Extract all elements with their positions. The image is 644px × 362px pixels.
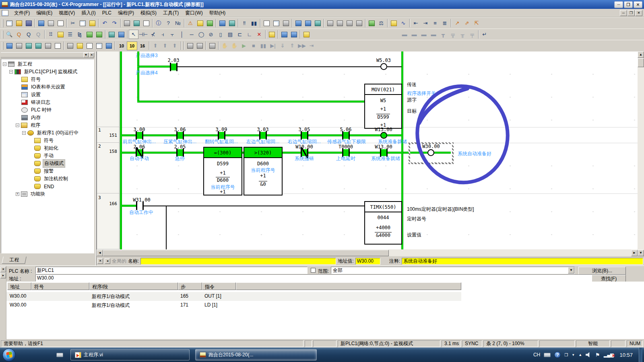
menu-window[interactable]: 窗口(W) bbox=[182, 9, 206, 17]
taskbar-clock[interactable]: 10:57 bbox=[619, 352, 633, 358]
sim-window-1-icon[interactable] bbox=[185, 41, 195, 50]
fb-parameter-icon[interactable]: ⊏ bbox=[235, 30, 245, 39]
menu-help[interactable]: 帮助(H) bbox=[206, 9, 229, 17]
menu-plc[interactable]: PLC bbox=[99, 9, 115, 16]
toolbar-grip[interactable] bbox=[2, 42, 3, 50]
child-restore-button[interactable]: ❐ bbox=[627, 10, 635, 16]
menu-program[interactable]: 编程(P) bbox=[115, 9, 137, 17]
window-reference-icon[interactable] bbox=[33, 41, 43, 50]
plc-cycle-icon[interactable] bbox=[267, 30, 277, 39]
new-file-icon[interactable] bbox=[4, 19, 14, 28]
run-stop-icon[interactable]: ‼ bbox=[239, 19, 249, 28]
maximize-button[interactable]: ❐ bbox=[624, 1, 633, 8]
window-watch-icon[interactable] bbox=[24, 41, 33, 50]
dialog-small-icon[interactable] bbox=[104, 41, 114, 50]
action-center-flag-icon[interactable]: ⚑ bbox=[595, 352, 600, 358]
column-header-symbol[interactable]: 符号 bbox=[31, 282, 89, 290]
browse-button[interactable]: 浏览(B)... bbox=[578, 267, 626, 275]
menu-tools[interactable]: 工具(T) bbox=[160, 9, 182, 17]
monitor-hex-button[interactable]: 16 bbox=[137, 41, 148, 50]
help-icon[interactable]: ? bbox=[163, 19, 173, 28]
zoom-highlight-icon[interactable]: Q bbox=[14, 30, 24, 39]
result-row[interactable]: W30.00 新程序1/自动模式 171 LD [1] bbox=[6, 301, 461, 310]
monitor-bar-8-icon[interactable]: ╤ bbox=[467, 30, 477, 39]
indent-icon[interactable]: ⇤ bbox=[411, 19, 421, 28]
sim-step-over-icon[interactable]: ⇑ bbox=[287, 41, 297, 50]
select-tool-icon[interactable]: ↖ bbox=[129, 30, 138, 39]
slant-tool-2-icon[interactable]: ⇗ bbox=[462, 19, 472, 28]
find-close-button[interactable]: ✕ bbox=[0, 267, 6, 272]
collapse-icon[interactable]: − bbox=[16, 123, 19, 127]
scroll-thumb[interactable] bbox=[103, 250, 389, 256]
minimize-button[interactable]: ─ bbox=[614, 1, 623, 8]
force-on-icon[interactable] bbox=[367, 19, 376, 28]
monitor-bar-6-icon[interactable]: ╦ bbox=[448, 30, 458, 39]
sim-pause-icon[interactable]: ▮▮ bbox=[258, 41, 268, 50]
dropdown-arrow-icon[interactable]: ▼ bbox=[568, 267, 574, 274]
work-online-grid-icon[interactable] bbox=[325, 19, 335, 28]
infobar-prev-button[interactable]: ◂ bbox=[105, 258, 110, 264]
align-block-icon[interactable]: ≣ bbox=[440, 19, 450, 28]
monitor-bar-2-icon[interactable]: ▬ bbox=[409, 30, 419, 39]
cross-reference-icon[interactable] bbox=[281, 19, 291, 28]
paste-icon[interactable] bbox=[87, 19, 97, 28]
sim-window-2-icon[interactable] bbox=[195, 41, 204, 50]
slant-tool-1-icon[interactable]: ↗ bbox=[452, 19, 462, 28]
scroll-up-button[interactable]: ▲ bbox=[638, 51, 644, 58]
new-contact-icon[interactable]: ⊣⊢ bbox=[138, 30, 148, 39]
new-coil-icon[interactable]: ◯ bbox=[196, 30, 206, 39]
contact[interactable] bbox=[136, 202, 144, 210]
open-file-icon[interactable] bbox=[14, 19, 24, 28]
debug-mode-icon[interactable] bbox=[227, 19, 237, 28]
tray-collapse-icon[interactable]: ▼ bbox=[572, 353, 575, 357]
window-tray-icon[interactable]: ❐ bbox=[564, 353, 568, 357]
network-view-icon[interactable] bbox=[335, 19, 345, 28]
differential-monitor-icon[interactable] bbox=[389, 19, 398, 28]
redo-icon[interactable]: ↷ bbox=[109, 19, 119, 28]
mdi-child-icon[interactable] bbox=[2, 10, 8, 16]
show-desktop-button[interactable] bbox=[639, 348, 642, 362]
language-indicator[interactable]: CH bbox=[533, 352, 540, 358]
timx-instruction-box[interactable]: TIMX(550) 0044 +4000 &4000 bbox=[364, 201, 402, 245]
tab-project[interactable]: 工程 bbox=[2, 257, 27, 264]
ladder-diagram[interactable]: 产品选择3 2.03 产品选择4 W5.03 MOV(021) W5 +1 D5… bbox=[97, 51, 638, 249]
show-hidden-icons-button[interactable]: ▲ bbox=[578, 353, 582, 357]
compare-plc-icon[interactable] bbox=[313, 19, 322, 28]
find-address-icon[interactable] bbox=[132, 19, 141, 28]
delete-line-icon[interactable]: ✕ bbox=[254, 30, 264, 39]
zoom-tool-icon[interactable]: 🔍 bbox=[4, 30, 14, 39]
workspace-close-button[interactable]: ✕ bbox=[89, 53, 94, 58]
sim-run-to-icon[interactable]: ▶| bbox=[268, 41, 278, 50]
step-up-2-icon[interactable]: ⬆ bbox=[160, 41, 170, 50]
address-value-field[interactable]: W30.00 bbox=[355, 258, 380, 265]
step-up-3-icon[interactable]: ⬆ bbox=[170, 41, 180, 50]
step-up-1-icon[interactable]: ⬆ bbox=[151, 41, 160, 50]
window-output-icon[interactable] bbox=[14, 41, 24, 50]
symbol-small-icon[interactable] bbox=[75, 41, 85, 50]
tree-item-settings[interactable]: 设置 bbox=[1, 91, 94, 99]
tree-item-section-manual[interactable]: 手动 bbox=[1, 152, 94, 160]
menu-view[interactable]: 视图(V) bbox=[56, 9, 78, 17]
menu-simulation[interactable]: 模拟(S) bbox=[137, 9, 160, 17]
find-expand-button[interactable]: ▸ bbox=[0, 273, 6, 278]
io-comment-icon[interactable]: ⧎ bbox=[75, 30, 85, 39]
tree-item-programs[interactable]: −程序 bbox=[1, 121, 94, 129]
tree-item-plc[interactable]: −新PLC1[CP1H] 监视模式 bbox=[1, 68, 94, 76]
monitor-bar-1-icon[interactable]: ▬ bbox=[400, 30, 409, 39]
cut-icon[interactable]: ✂ bbox=[68, 19, 78, 28]
or-contact-nc-icon[interactable]: ⫟ bbox=[167, 30, 177, 39]
horizontal-line-icon[interactable]: ─ bbox=[187, 30, 196, 39]
coil-w30-00[interactable] bbox=[427, 149, 434, 156]
child-minimize-button[interactable]: ─ bbox=[620, 10, 627, 16]
address-input[interactable] bbox=[35, 274, 605, 282]
name-value-field[interactable] bbox=[140, 258, 336, 265]
return-icon[interactable]: ↵ bbox=[480, 30, 489, 39]
taskbar-item-cx-programmer[interactable]: 跑合台2015-08-20(... bbox=[195, 349, 317, 360]
fb-invocation-icon[interactable]: ▤ bbox=[225, 30, 235, 39]
toolbar-grip[interactable] bbox=[2, 19, 3, 27]
sim-stop-icon[interactable]: ■ bbox=[249, 41, 258, 50]
sim-to-end-icon[interactable]: ⇥ bbox=[307, 41, 316, 50]
print-preview-icon[interactable] bbox=[56, 19, 65, 28]
column-header-blank[interactable] bbox=[236, 282, 461, 290]
build-icon[interactable] bbox=[65, 41, 75, 50]
